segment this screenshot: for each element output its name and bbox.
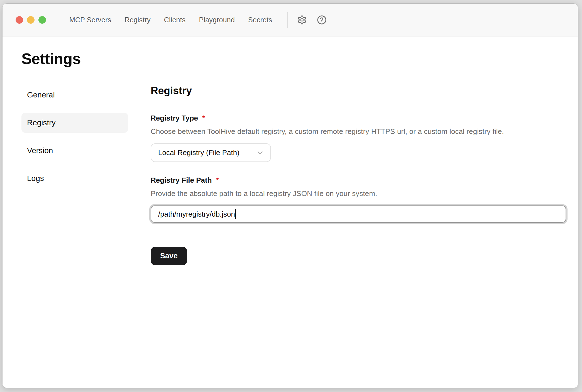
required-asterisk: * — [202, 114, 205, 122]
titlebar-icons — [297, 15, 327, 25]
registry-file-path-input[interactable]: /path/myregistry/db.json — [151, 205, 566, 223]
sidebar-item-logs[interactable]: Logs — [21, 168, 128, 188]
required-asterisk: * — [216, 176, 219, 185]
nav-registry[interactable]: Registry — [124, 16, 150, 24]
registry-file-path-value: /path/myregistry/db.json — [158, 210, 235, 219]
window-minimize-button[interactable] — [27, 16, 35, 24]
registry-type-field: Registry Type * Choose between ToolHive … — [151, 114, 566, 162]
window-close-button[interactable] — [16, 16, 23, 24]
registry-settings-panel: Registry Registry Type * Choose between … — [151, 85, 566, 265]
settings-sidebar: General Registry Version Logs — [21, 85, 128, 196]
registry-type-description: Choose between ToolHive default registry… — [151, 127, 566, 136]
settings-page: Settings General Registry Version Logs R… — [3, 36, 578, 388]
sidebar-item-general[interactable]: General — [21, 85, 128, 105]
nav-secrets[interactable]: Secrets — [248, 16, 272, 24]
window-maximize-button[interactable] — [38, 16, 46, 24]
traffic-lights — [16, 16, 46, 24]
settings-gear-icon[interactable] — [297, 15, 307, 25]
chevron-down-icon — [256, 149, 264, 157]
sidebar-item-registry[interactable]: Registry — [21, 113, 128, 133]
registry-file-path-description: Provide the absolute path to a local reg… — [151, 189, 566, 198]
help-icon[interactable] — [317, 15, 327, 25]
top-nav: MCP Servers Registry Clients Playground … — [69, 16, 272, 24]
sidebar-item-version[interactable]: Version — [21, 141, 128, 161]
nav-playground[interactable]: Playground — [199, 16, 235, 24]
registry-type-selected-value: Local Registry (File Path) — [158, 148, 239, 157]
registry-type-select[interactable]: Local Registry (File Path) — [151, 143, 271, 162]
app-window: MCP Servers Registry Clients Playground … — [2, 3, 578, 388]
registry-file-path-label: Registry File Path — [151, 176, 212, 185]
page-title: Settings — [21, 50, 578, 68]
titlebar: MCP Servers Registry Clients Playground … — [3, 4, 578, 36]
nav-clients[interactable]: Clients — [164, 16, 186, 24]
registry-file-path-field: Registry File Path * Provide the absolut… — [151, 176, 566, 223]
registry-type-label: Registry Type — [151, 114, 198, 122]
nav-mcp-servers[interactable]: MCP Servers — [69, 16, 111, 24]
save-button[interactable]: Save — [151, 247, 187, 265]
section-heading: Registry — [151, 85, 566, 97]
text-cursor — [235, 209, 236, 219]
titlebar-divider — [287, 12, 288, 28]
